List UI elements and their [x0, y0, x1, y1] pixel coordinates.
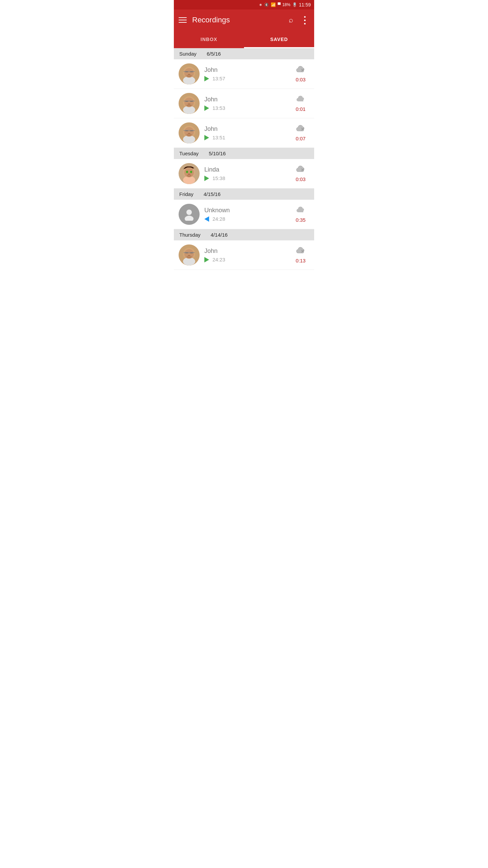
- contact-name: John: [204, 96, 292, 103]
- recording-right: 0:03: [292, 66, 309, 82]
- recording-right: 0:03: [292, 165, 309, 182]
- recording-timestamp: 24:23: [212, 257, 225, 262]
- cloud-icon: [296, 95, 305, 105]
- bluetooth-icon: ∗: [259, 2, 262, 7]
- recording-item[interactable]: Linda 15:38 0:03: [174, 159, 314, 189]
- recordings-list: Sunday 6/5/16 John 13:57: [174, 48, 314, 270]
- incoming-arrow: [204, 216, 209, 222]
- section-day: Friday: [179, 191, 194, 197]
- recording-duration: 0:01: [296, 106, 305, 112]
- svg-point-39: [186, 210, 192, 215]
- recording-info: John 13:53: [204, 96, 292, 111]
- search-button[interactable]: ⌕: [289, 16, 293, 24]
- recording-timestamp: 13:53: [212, 105, 225, 111]
- recording-timestamp: 15:38: [212, 175, 225, 181]
- status-bar: ∗ 🔇 📶 ▀ 18% 🪫 11:59: [174, 0, 314, 9]
- recording-right: 0:07: [292, 125, 309, 141]
- recording-info: Linda 15:38: [204, 166, 292, 181]
- svg-rect-8: [192, 71, 195, 72]
- cloud-x-icon: [296, 247, 305, 256]
- outgoing-arrow: [204, 76, 209, 81]
- recording-timestamp: 13:57: [212, 76, 225, 81]
- svg-rect-19: [192, 101, 195, 101]
- cloud-x-icon: [296, 125, 305, 134]
- svg-point-25: [188, 133, 190, 134]
- contact-name: Unknown: [204, 207, 292, 214]
- battery-percent: 18%: [282, 2, 290, 7]
- recording-meta: 13:57: [204, 76, 292, 81]
- cloud-x-icon: [296, 165, 305, 175]
- svg-point-5: [188, 74, 190, 75]
- section-day: Tuesday: [179, 151, 199, 156]
- outgoing-arrow: [204, 105, 209, 111]
- recording-meta: 13:51: [204, 135, 292, 140]
- contact-name: John: [204, 66, 292, 74]
- recording-duration: 0:03: [296, 77, 305, 82]
- more-button[interactable]: ⋮: [300, 15, 309, 26]
- contact-name: John: [204, 125, 292, 133]
- recording-duration: 0:07: [296, 136, 305, 141]
- section-header-0: Sunday 6/5/16: [174, 48, 314, 59]
- section-date: 4/14/16: [211, 232, 228, 238]
- menu-button[interactable]: [179, 17, 187, 23]
- section-day: Sunday: [179, 51, 197, 57]
- recording-duration: 0:35: [296, 217, 305, 223]
- svg-point-34: [186, 171, 188, 173]
- section-date: 6/5/16: [207, 51, 221, 57]
- signal-icon: ▀: [278, 2, 281, 7]
- svg-rect-48: [183, 252, 186, 253]
- section-date: 4/15/16: [204, 191, 221, 197]
- recording-info: John 13:57: [204, 66, 292, 81]
- recording-duration: 0:13: [296, 258, 305, 263]
- section-header-3: Thursday 4/14/16: [174, 229, 314, 240]
- svg-point-35: [190, 171, 192, 173]
- svg-rect-28: [192, 130, 195, 131]
- recording-meta: 15:38: [204, 175, 292, 181]
- outgoing-arrow: [204, 176, 209, 181]
- svg-rect-7: [183, 71, 186, 72]
- svg-rect-27: [183, 130, 186, 131]
- outgoing-arrow: [204, 257, 209, 262]
- recording-timestamp: 24:28: [212, 216, 225, 222]
- page-title: Recordings: [192, 16, 289, 24]
- app-bar-actions: ⌕ ⋮: [289, 15, 309, 26]
- svg-rect-17: [184, 100, 194, 102]
- cloud-icon: [296, 206, 305, 216]
- recording-duration: 0:03: [296, 176, 305, 182]
- svg-rect-26: [184, 130, 194, 131]
- tab-inbox[interactable]: INBOX: [174, 31, 244, 48]
- mute-icon: 🔇: [264, 2, 269, 7]
- contact-name: Linda: [204, 166, 292, 173]
- svg-rect-18: [183, 101, 186, 101]
- cloud-x-icon: [296, 66, 305, 75]
- clock: 11:59: [299, 2, 311, 7]
- recording-item[interactable]: John 24:23 0:13: [174, 240, 314, 270]
- recording-item[interactable]: John 13:53 0:01: [174, 89, 314, 118]
- recording-info: Unknown 24:28: [204, 207, 292, 222]
- recording-item[interactable]: John 13:51 0:07: [174, 118, 314, 148]
- recording-meta: 13:53: [204, 105, 292, 111]
- section-header-1: Tuesday 5/10/16: [174, 148, 314, 159]
- recording-item[interactable]: John 13:57 0:03: [174, 59, 314, 89]
- svg-point-46: [188, 255, 190, 256]
- status-icons: ∗ 🔇 📶 ▀ 18% 🪫 11:59: [259, 2, 311, 7]
- tab-saved[interactable]: SAVED: [244, 31, 314, 48]
- recording-right: 0:35: [292, 206, 309, 223]
- recording-item[interactable]: Unknown 24:28 0:35: [174, 200, 314, 229]
- svg-point-16: [188, 103, 190, 105]
- svg-rect-6: [184, 71, 194, 72]
- section-header-2: Friday 4/15/16: [174, 189, 314, 200]
- battery-icon: 🪫: [292, 2, 297, 7]
- recording-info: John 13:51: [204, 125, 292, 140]
- recording-right: 0:01: [292, 95, 309, 112]
- outgoing-arrow: [204, 135, 209, 140]
- recording-meta: 24:23: [204, 257, 292, 262]
- wifi-icon: 📶: [271, 2, 276, 7]
- svg-point-40: [185, 216, 194, 221]
- app-bar: Recordings ⌕ ⋮: [174, 9, 314, 31]
- svg-rect-47: [184, 252, 194, 253]
- svg-rect-49: [192, 252, 195, 253]
- svg-point-36: [188, 174, 190, 175]
- contact-name: John: [204, 248, 292, 255]
- tabs: INBOX SAVED: [174, 31, 314, 48]
